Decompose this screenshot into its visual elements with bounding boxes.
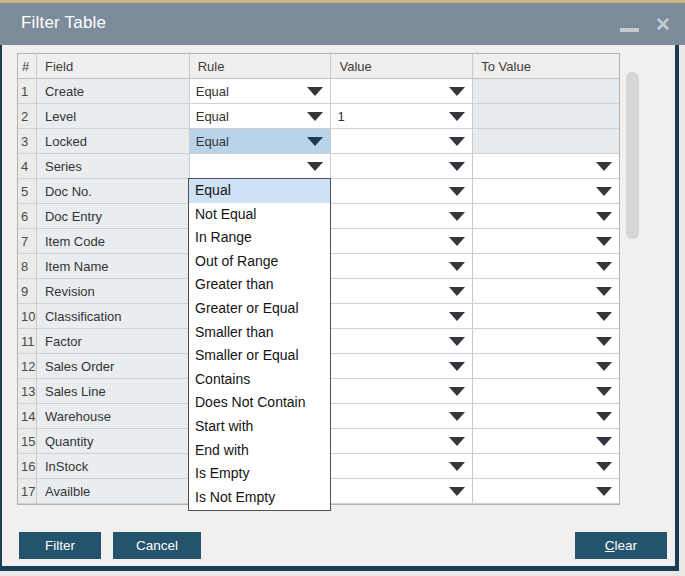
rule-dropdown-item[interactable]: Out of Range [189, 250, 330, 274]
chevron-down-icon[interactable] [596, 312, 612, 321]
to-value-cell[interactable] [473, 79, 619, 104]
chevron-down-icon[interactable] [449, 312, 465, 321]
value-cell[interactable]: 1 [331, 104, 473, 129]
rule-dropdown-item[interactable]: Greater or Equal [189, 297, 330, 321]
field-cell: Sales Order [37, 354, 190, 379]
chevron-down-icon[interactable] [449, 187, 465, 196]
chevron-down-icon[interactable] [449, 412, 465, 421]
filter-button[interactable]: Filter [19, 532, 101, 559]
value-cell[interactable] [331, 454, 473, 479]
value-cell[interactable] [331, 229, 473, 254]
field-cell: Item Name [37, 254, 190, 279]
chevron-down-icon[interactable] [596, 362, 612, 371]
value-cell[interactable] [331, 379, 473, 404]
to-value-cell[interactable] [473, 279, 619, 304]
chevron-down-icon[interactable] [449, 337, 465, 346]
to-value-cell[interactable] [473, 104, 619, 129]
value-cell[interactable] [331, 404, 473, 429]
chevron-down-icon[interactable] [307, 162, 323, 171]
chevron-down-icon[interactable] [596, 437, 612, 446]
chevron-down-icon[interactable] [596, 387, 612, 396]
chevron-down-icon[interactable] [449, 387, 465, 396]
minimize-button[interactable] [620, 16, 639, 32]
value-cell[interactable] [331, 204, 473, 229]
rule-dropdown-item[interactable]: Is Not Empty [189, 486, 330, 510]
rule-cell[interactable]: Equal [190, 104, 332, 129]
row-number-cell: 16 [18, 454, 37, 479]
rule-dropdown-item[interactable]: In Range [189, 226, 330, 250]
chevron-down-icon[interactable] [449, 112, 465, 121]
vertical-scrollbar-thumb[interactable] [626, 72, 639, 239]
clear-button[interactable]: Clear [575, 532, 667, 559]
to-value-cell[interactable] [473, 129, 619, 154]
chevron-down-icon[interactable] [449, 212, 465, 221]
chevron-down-icon[interactable] [307, 137, 323, 146]
cancel-button[interactable]: Cancel [113, 532, 201, 559]
to-value-cell[interactable] [473, 179, 619, 204]
to-value-cell[interactable] [473, 304, 619, 329]
to-value-cell[interactable] [473, 229, 619, 254]
close-button[interactable]: ✕ [655, 15, 671, 34]
chevron-down-icon[interactable] [596, 237, 612, 246]
chevron-down-icon[interactable] [449, 462, 465, 471]
value-cell[interactable] [331, 79, 473, 104]
chevron-down-icon[interactable] [307, 87, 323, 96]
rule-cell[interactable]: Equal [190, 79, 332, 104]
value-cell[interactable] [331, 429, 473, 454]
chevron-down-icon[interactable] [449, 487, 465, 496]
chevron-down-icon[interactable] [596, 162, 612, 171]
value-cell[interactable] [331, 279, 473, 304]
chevron-down-icon[interactable] [596, 287, 612, 296]
value-cell[interactable] [331, 304, 473, 329]
to-value-cell[interactable] [473, 204, 619, 229]
rule-dropdown-item[interactable]: Smaller than [189, 321, 330, 345]
chevron-down-icon[interactable] [449, 362, 465, 371]
to-value-cell[interactable] [473, 404, 619, 429]
to-value-cell[interactable] [473, 454, 619, 479]
chevron-down-icon[interactable] [307, 112, 323, 121]
value-cell[interactable] [331, 254, 473, 279]
to-value-cell[interactable] [473, 254, 619, 279]
to-value-cell[interactable] [473, 154, 619, 179]
chevron-down-icon[interactable] [449, 137, 465, 146]
row-number-cell: 14 [18, 404, 37, 429]
to-value-cell[interactable] [473, 479, 619, 504]
chevron-down-icon[interactable] [596, 337, 612, 346]
rule-dropdown-item[interactable]: Greater than [189, 273, 330, 297]
chevron-down-icon[interactable] [596, 487, 612, 496]
chevron-down-icon[interactable] [596, 262, 612, 271]
field-cell: Create [37, 79, 190, 104]
rule-cell[interactable] [190, 154, 332, 179]
rule-dropdown-item[interactable]: Equal [189, 179, 330, 203]
chevron-down-icon[interactable] [596, 212, 612, 221]
rule-dropdown-item[interactable]: Contains [189, 368, 330, 392]
value-cell[interactable] [331, 354, 473, 379]
table-header-row: # Field Rule Value To Value [18, 54, 619, 79]
rule-dropdown-item[interactable]: Not Equal [189, 203, 330, 227]
chevron-down-icon[interactable] [449, 437, 465, 446]
to-value-cell[interactable] [473, 429, 619, 454]
chevron-down-icon[interactable] [449, 262, 465, 271]
value-cell[interactable] [331, 329, 473, 354]
rule-cell[interactable]: Equal [190, 129, 332, 154]
rule-dropdown-item[interactable]: Is Empty [189, 462, 330, 486]
chevron-down-icon[interactable] [596, 187, 612, 196]
chevron-down-icon[interactable] [449, 237, 465, 246]
chevron-down-icon[interactable] [449, 162, 465, 171]
value-cell[interactable] [331, 179, 473, 204]
rule-dropdown-item[interactable]: Start with [189, 415, 330, 439]
value-cell[interactable] [331, 129, 473, 154]
value-cell[interactable] [331, 479, 473, 504]
chevron-down-icon[interactable] [596, 412, 612, 421]
rule-dropdown-item[interactable]: End with [189, 439, 330, 463]
row-number-cell: 15 [18, 429, 37, 454]
chevron-down-icon[interactable] [449, 287, 465, 296]
to-value-cell[interactable] [473, 379, 619, 404]
chevron-down-icon[interactable] [596, 462, 612, 471]
to-value-cell[interactable] [473, 329, 619, 354]
chevron-down-icon[interactable] [449, 87, 465, 96]
value-cell[interactable] [331, 154, 473, 179]
rule-dropdown-item[interactable]: Does Not Contain [189, 391, 330, 415]
rule-dropdown-item[interactable]: Smaller or Equal [189, 344, 330, 368]
to-value-cell[interactable] [473, 354, 619, 379]
